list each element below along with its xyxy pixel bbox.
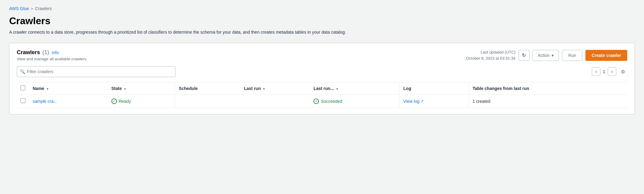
main-card: Crawlers (1) Info View and manage all av… bbox=[9, 43, 635, 114]
table-body: sample cra... ✓ Ready bbox=[17, 95, 627, 108]
col-table-changes: Table changes from last run bbox=[469, 82, 627, 95]
crawler-name-link[interactable]: sample cra... bbox=[33, 99, 57, 104]
col-log: Log bbox=[400, 82, 469, 95]
status-badge-ready: ✓ Ready bbox=[111, 99, 131, 104]
breadcrumb: AWS Glue > Crawlers bbox=[9, 6, 635, 11]
search-icon: 🔍 bbox=[20, 69, 25, 74]
view-log-label: View log bbox=[403, 99, 420, 104]
pagination-row: < 1 > ⚙ bbox=[592, 67, 627, 76]
ready-status-icon: ✓ bbox=[111, 99, 117, 104]
status-badge-succeeded: ✓ Succeeded bbox=[313, 99, 342, 104]
card-header: Crawlers (1) Info View and manage all av… bbox=[17, 49, 627, 61]
action-button-label: Action bbox=[538, 53, 550, 58]
table-settings-button[interactable]: ⚙ bbox=[619, 67, 627, 76]
col-last-run-label: Last run bbox=[244, 86, 261, 91]
name-sort-icon: ▾ bbox=[47, 87, 48, 91]
create-crawler-button[interactable]: Create crawler bbox=[585, 50, 627, 61]
table-header: Name ▾ State ▾ Schedule Last run ▾ bbox=[17, 82, 627, 95]
col-last-run[interactable]: Last run ▾ bbox=[240, 82, 310, 95]
last-run-status-sort-icon: ▾ bbox=[336, 87, 338, 91]
card-subtitle: View and manage all available crawlers. bbox=[17, 57, 87, 61]
table-header-row: Name ▾ State ▾ Schedule Last run ▾ bbox=[17, 82, 627, 95]
row-last-run-cell bbox=[240, 95, 310, 108]
page-wrapper: AWS Glue > Crawlers Crawlers A crawler c… bbox=[0, 0, 644, 121]
crawlers-table: Name ▾ State ▾ Schedule Last run ▾ bbox=[17, 82, 627, 108]
page-number: 1 bbox=[603, 69, 605, 74]
page-title: Crawlers bbox=[9, 15, 635, 27]
col-table-changes-label: Table changes from last run bbox=[472, 86, 529, 91]
page-description: A crawler connects to a data store, prog… bbox=[9, 29, 497, 35]
col-schedule-label: Schedule bbox=[179, 86, 198, 91]
col-state[interactable]: State ▾ bbox=[108, 82, 175, 95]
table-row: sample cra... ✓ Ready bbox=[17, 95, 627, 108]
row-checkbox-col bbox=[17, 95, 29, 108]
search-input[interactable] bbox=[17, 66, 175, 77]
view-log-link[interactable]: View log ↗ bbox=[403, 99, 424, 104]
succeeded-label: Succeeded bbox=[321, 99, 342, 104]
external-link-icon: ↗ bbox=[421, 99, 424, 103]
succeeded-status-icon: ✓ bbox=[313, 99, 319, 104]
row-checkbox[interactable] bbox=[20, 98, 25, 103]
last-run-sort-icon: ▾ bbox=[263, 87, 265, 91]
col-state-label: State bbox=[111, 86, 122, 91]
card-title-row: Crawlers (1) Info bbox=[17, 49, 87, 56]
chevron-left-icon: < bbox=[595, 69, 597, 74]
card-count: (1) bbox=[42, 49, 49, 56]
run-button[interactable]: Run bbox=[562, 50, 583, 61]
card-title-section: Crawlers (1) Info View and manage all av… bbox=[17, 49, 87, 61]
search-input-wrapper: 🔍 bbox=[17, 66, 175, 77]
select-all-checkbox[interactable] bbox=[20, 85, 25, 90]
row-schedule-cell bbox=[175, 95, 240, 108]
page-prev-button[interactable]: < bbox=[592, 67, 600, 76]
col-schedule: Schedule bbox=[175, 82, 240, 95]
search-bar-row: 🔍 < 1 > ⚙ bbox=[17, 66, 627, 77]
breadcrumb-parent[interactable]: AWS Glue bbox=[9, 6, 29, 11]
refresh-icon: ↻ bbox=[522, 52, 526, 58]
refresh-button[interactable]: ↻ bbox=[519, 50, 530, 61]
last-updated-section: Last updated (UTC) October 8, 2023 at 03… bbox=[466, 49, 516, 61]
col-last-run-status[interactable]: Last run... ▾ bbox=[310, 82, 399, 95]
action-button[interactable]: Action ▾ bbox=[533, 50, 559, 61]
page-next-button[interactable]: > bbox=[608, 67, 616, 76]
row-table-changes-cell: 1 created bbox=[469, 95, 627, 108]
last-updated-value: October 8, 2023 at 03:31:34 bbox=[466, 55, 516, 62]
col-log-label: Log bbox=[403, 86, 411, 91]
select-all-col bbox=[17, 82, 29, 95]
last-updated-label: Last updated (UTC) bbox=[466, 49, 516, 55]
col-name-label: Name bbox=[33, 86, 44, 91]
row-name-cell: sample cra... bbox=[29, 95, 108, 108]
card-info-link[interactable]: Info bbox=[52, 50, 59, 55]
breadcrumb-separator: > bbox=[31, 6, 33, 11]
card-title: Crawlers bbox=[17, 49, 40, 56]
settings-icon: ⚙ bbox=[621, 69, 625, 75]
ready-label: Ready bbox=[119, 99, 131, 104]
breadcrumb-current: Crawlers bbox=[35, 6, 52, 11]
col-name[interactable]: Name ▾ bbox=[29, 82, 108, 95]
col-last-run-status-label: Last run... bbox=[313, 86, 334, 91]
row-last-run-status-cell: ✓ Succeeded bbox=[310, 95, 399, 108]
row-state-cell: ✓ Ready bbox=[108, 95, 175, 108]
row-table-changes-value: 1 created bbox=[472, 99, 490, 104]
state-sort-icon: ▾ bbox=[124, 87, 126, 91]
card-actions: Last updated (UTC) October 8, 2023 at 03… bbox=[466, 49, 627, 61]
row-log-cell: View log ↗ bbox=[400, 95, 469, 108]
chevron-down-icon: ▾ bbox=[552, 53, 554, 58]
chevron-right-icon: > bbox=[611, 69, 613, 74]
